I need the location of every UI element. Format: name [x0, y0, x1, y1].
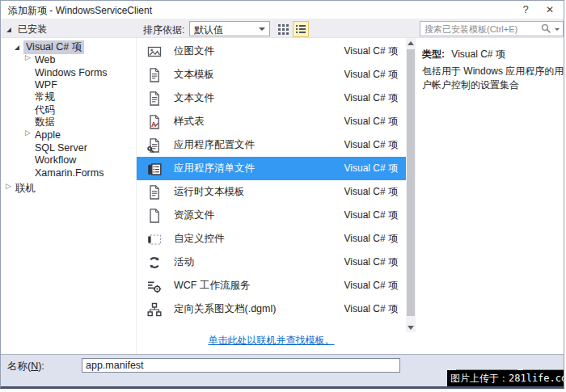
runtime-text-template-icon [146, 184, 163, 200]
template-item-dgml-document[interactable]: 定向关系图文档(.dgml)Visual C# 项 [137, 297, 406, 321]
scroll-up-icon[interactable] [406, 38, 416, 48]
title-bar: 添加新项 - WindowsServiceClient ? ✕ [1, 1, 564, 19]
template-item-runtime-text-template[interactable]: 运行时文本模板Visual C# 项 [137, 180, 406, 204]
template-name: 文本文件 [174, 91, 344, 105]
sidebar-item-workflow[interactable]: Workflow [1, 154, 136, 167]
collapse-icon[interactable] [25, 131, 33, 139]
template-name: 定向关系图文档(.dgml) [174, 302, 344, 316]
watermark: 图片上传于：281life.com [447, 370, 564, 386]
grid-icon [277, 23, 289, 35]
tree-spacer [25, 106, 33, 114]
help-button[interactable]: ? [515, 2, 536, 18]
activity-icon [146, 255, 163, 271]
bitmap-file-icon [146, 44, 163, 60]
file-name-input[interactable] [82, 358, 400, 373]
footer-bar: 名称(N): 图片上传于：281life.com [1, 354, 564, 389]
sidebar-item-data[interactable]: 数据 [1, 116, 136, 129]
dgml-document-icon [146, 301, 163, 318]
sidebar-item-label: Windows Forms [35, 67, 108, 78]
collapse-icon[interactable] [25, 56, 33, 64]
collapse-icon[interactable] [6, 184, 14, 192]
template-type: Visual C# 项 [344, 279, 398, 293]
template-type: Visual C# 项 [344, 185, 398, 199]
sidebar-item-visual-csharp[interactable]: Visual C# 项 [1, 41, 136, 54]
tree-spacer [25, 144, 33, 152]
sidebar-item-sql-server[interactable]: SQL Server [1, 141, 136, 154]
template-name: 文本模板 [174, 68, 344, 82]
search-icon[interactable] [541, 23, 551, 34]
type-label: 类型: [422, 48, 445, 60]
wcf-workflow-service-icon [146, 278, 163, 294]
close-button[interactable]: ✕ [539, 2, 560, 18]
svg-text:A: A [151, 120, 156, 128]
list-icon [295, 23, 306, 35]
template-item-app-manifest-file[interactable]: 应用程序清单文件Visual C# 项 [137, 157, 406, 180]
tree-spacer [25, 69, 33, 77]
template-item-text-template[interactable]: 文本模板Visual C# 项 [137, 63, 406, 86]
template-item-app-config-file[interactable]: 应用程序配置文件Visual C# 项 [137, 133, 406, 157]
sidebar-item-label: Workflow [35, 154, 76, 166]
scrollbar-thumb[interactable] [407, 49, 415, 316]
sidebar-item-label: Web [35, 54, 55, 65]
sidebar-item-label: WPF [35, 79, 57, 91]
add-new-item-dialog: 添加新项 - WindowsServiceClient ? ✕ 已安装 排序依据… [0, 0, 564, 389]
template-type: Visual C# 项 [344, 255, 398, 269]
category-sidebar: Visual C# 项WebWindows FormsWPF常规代码数据Appl… [1, 38, 137, 354]
template-description: 包括用于 Windows 应用程序的用户帐户控制的设置集合 [422, 65, 564, 92]
custom-control-icon [146, 231, 163, 247]
tree-spacer [25, 156, 33, 164]
sidebar-item-installed[interactable]: 已安装 [6, 23, 47, 36]
sidebar-item-label: Visual C# 项 [23, 40, 84, 54]
small-icons-view-button[interactable] [275, 21, 291, 37]
find-templates-online-link[interactable]: 单击此处以联机并查找模板。 [209, 335, 335, 346]
sort-by-dropdown[interactable]: 默认值 [189, 21, 270, 36]
sidebar-item-general[interactable]: 常规 [1, 91, 136, 104]
sidebar-item-label: Apple [35, 129, 61, 141]
template-name: 活动 [174, 255, 344, 269]
name-label: 名称(N): [7, 360, 44, 373]
text-template-icon [146, 67, 163, 83]
tree-spacer [25, 169, 33, 177]
scroll-down-icon[interactable] [406, 322, 416, 332]
template-type: Visual C# 项 [344, 138, 398, 152]
template-name: 位图文件 [174, 44, 344, 58]
sidebar-item-apple[interactable]: Apple [1, 129, 136, 142]
expand-icon[interactable] [14, 44, 22, 52]
sidebar-item-label: 常规 [35, 91, 55, 104]
list-scrollbar[interactable] [406, 38, 416, 332]
template-item-text-file[interactable]: 文本文件Visual C# 项 [137, 86, 406, 110]
sidebar-item-label: SQL Server [35, 142, 87, 154]
chevron-down-icon [259, 27, 265, 31]
list-view-button[interactable] [293, 21, 309, 37]
template-type: Visual C# 项 [344, 115, 398, 129]
template-type: Visual C# 项 [344, 91, 398, 105]
template-type: Visual C# 项 [344, 209, 398, 222]
dialog-title: 添加新项 - WindowsServiceClient [8, 4, 152, 18]
search-options-chevron-icon[interactable] [555, 28, 560, 31]
template-name: 样式表 [174, 115, 344, 129]
sidebar-item-code[interactable]: 代码 [1, 104, 136, 117]
template-item-custom-control[interactable]: 自定义控件Visual C# 项 [137, 227, 406, 251]
template-name: 运行时文本模板 [174, 185, 344, 199]
template-item-activity[interactable]: 活动Visual C# 项 [137, 251, 406, 274]
sidebar-item-online[interactable]: 联机 [1, 182, 36, 195]
expand-icon[interactable] [6, 26, 14, 34]
sidebar-item-wpf[interactable]: WPF [1, 79, 136, 92]
sidebar-item-label: Xamarin.Forms [35, 167, 103, 179]
sidebar-item-xamarin-forms[interactable]: Xamarin.Forms [1, 166, 136, 179]
stylesheet-icon: A [146, 114, 163, 130]
template-item-stylesheet[interactable]: A样式表Visual C# 项 [137, 110, 406, 133]
sidebar-item-windows-forms[interactable]: Windows Forms [1, 66, 136, 79]
template-item-resource-file[interactable]: 资源文件Visual C# 项 [137, 204, 406, 227]
template-item-wcf-workflow-service[interactable]: WCF 工作流服务Visual C# 项 [137, 274, 406, 297]
tree-spacer [25, 81, 33, 89]
tree-spacer [25, 94, 33, 102]
tree-spacer [25, 119, 33, 127]
template-name: 自定义控件 [174, 232, 344, 246]
sidebar-item-web[interactable]: Web [1, 54, 136, 67]
category-tree: Visual C# 项WebWindows FormsWPF常规代码数据Appl… [1, 41, 136, 179]
search-input[interactable] [423, 23, 536, 35]
template-type: Visual C# 项 [344, 232, 398, 246]
template-name: 应用程序配置文件 [174, 138, 344, 152]
template-item-bitmap-file[interactable]: 位图文件Visual C# 项 [137, 40, 406, 63]
